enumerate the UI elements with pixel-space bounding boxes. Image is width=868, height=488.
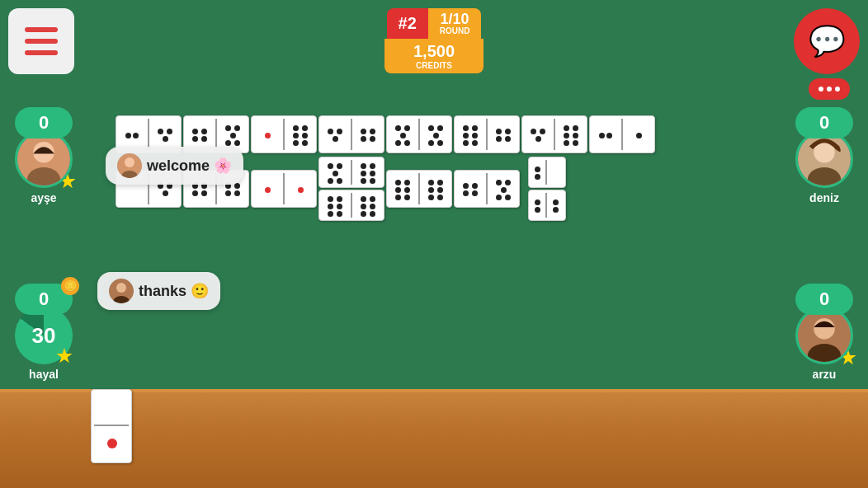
ayse-avatar xyxy=(15,130,73,188)
chat-icon: 💬 xyxy=(809,24,846,59)
dot-1 xyxy=(818,87,823,92)
chat-bubble-thanks: thanks 🙂 xyxy=(97,272,220,310)
bubble-avatar-welcome xyxy=(117,153,142,178)
domino-tile[interactable] xyxy=(589,115,655,153)
domino-tile[interactable] xyxy=(528,157,566,188)
menu-line-1 xyxy=(25,27,58,32)
player-deniz: 0 deniz xyxy=(795,107,853,204)
rank-round-row: #2 1/10 ROUND xyxy=(387,8,482,39)
ayse-score: 0 xyxy=(15,107,73,138)
domino-tile[interactable] xyxy=(318,115,384,153)
dot-3 xyxy=(835,87,840,92)
coin-icon: 🪙 xyxy=(61,277,79,295)
domino-tile[interactable] xyxy=(318,190,384,221)
menu-line-2 xyxy=(25,39,58,44)
domino-tile[interactable] xyxy=(528,190,566,221)
domino-tile[interactable] xyxy=(521,115,587,153)
arzu-avatar xyxy=(795,307,853,364)
hayal-name: hayal xyxy=(29,368,59,381)
game-board: #2 1/10 ROUND 1,500 CREDITS 💬 0 xyxy=(0,0,868,488)
rank-badge: #2 xyxy=(387,8,428,39)
domino-tile[interactable] xyxy=(386,170,452,208)
hand-tile[interactable] xyxy=(91,389,132,463)
chat-bubble-welcome: welcome 🌸 xyxy=(106,147,243,185)
svg-point-10 xyxy=(125,157,134,167)
domino-tile[interactable] xyxy=(251,115,317,153)
credits-label: CREDITS xyxy=(401,61,467,70)
deniz-avatar xyxy=(795,130,853,188)
center-score: #2 1/10 ROUND 1,500 CREDITS xyxy=(384,8,484,73)
round-number: 1/10 xyxy=(441,12,469,26)
player-arzu: 0 arzu xyxy=(795,284,853,381)
domino-corner xyxy=(528,157,566,221)
credits-badge: 1,500 CREDITS xyxy=(384,39,484,73)
menu-line-3 xyxy=(25,50,58,55)
thanks-text: thanks 🙂 xyxy=(139,282,209,300)
menu-button[interactable] xyxy=(8,8,74,74)
deniz-score: 0 xyxy=(795,107,853,138)
domino-tile[interactable] xyxy=(318,157,384,188)
dot-2 xyxy=(827,87,832,92)
arzu-name: arzu xyxy=(813,368,837,381)
player-hayal: 0 🪙 30 hayal xyxy=(15,284,73,381)
domino-tile[interactable] xyxy=(251,170,317,208)
svg-point-13 xyxy=(116,283,126,293)
domino-vertical-group xyxy=(318,157,384,221)
deniz-name: deniz xyxy=(809,191,839,204)
domino-tile[interactable] xyxy=(454,115,520,153)
player-ayse: 0 ayşe xyxy=(15,107,73,204)
domino-tile[interactable] xyxy=(386,115,452,153)
welcome-text: welcome 🌸 xyxy=(147,157,232,175)
chat-button[interactable]: 💬 xyxy=(794,8,860,74)
more-options-button[interactable] xyxy=(809,78,850,100)
top-bar: #2 1/10 ROUND 1,500 CREDITS 💬 xyxy=(0,0,868,82)
round-label: ROUND xyxy=(440,26,470,35)
arzu-score: 0 xyxy=(795,284,853,315)
domino-tile[interactable] xyxy=(454,170,520,208)
credits-value: 1,500 xyxy=(401,42,467,61)
ayse-name: ayşe xyxy=(31,191,56,204)
bubble-avatar-thanks xyxy=(109,279,134,303)
hayal-score: 0 🪙 xyxy=(15,284,73,315)
round-badge: 1/10 ROUND xyxy=(428,8,482,39)
